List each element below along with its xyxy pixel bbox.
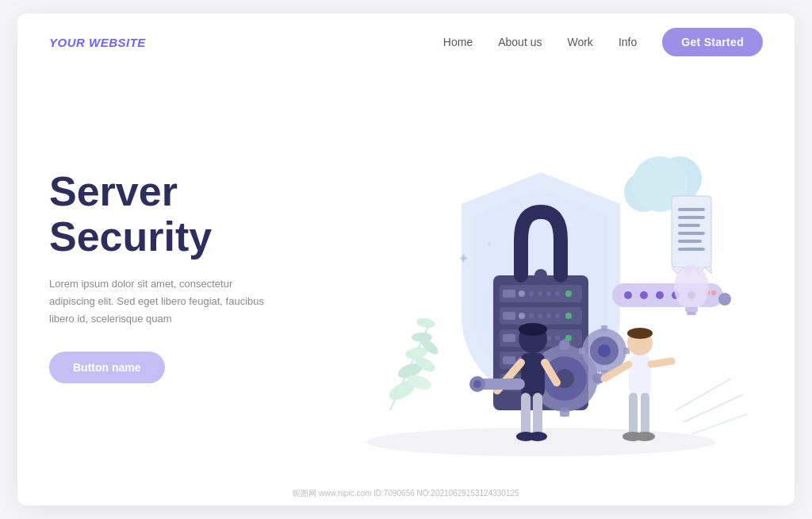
- svg-rect-95: [533, 393, 542, 436]
- hero-description: Lorem ipsum dolor sit amet, consectetur …: [49, 275, 271, 328]
- nav-links: Home About us Work Info Get Started: [443, 28, 763, 56]
- logo: YOUR WEBSITE: [49, 36, 146, 49]
- watermark: 昵图网 www.nipic.com ID:7090656 NO:20210629…: [293, 488, 519, 499]
- svg-rect-24: [503, 290, 515, 298]
- svg-point-102: [627, 328, 653, 339]
- get-started-button[interactable]: Get Started: [662, 28, 763, 56]
- nav-about[interactable]: About us: [498, 36, 542, 48]
- svg-rect-48: [503, 356, 515, 364]
- nav-work[interactable]: Work: [567, 36, 592, 48]
- svg-point-76: [624, 291, 632, 299]
- svg-point-45: [555, 336, 560, 340]
- svg-point-78: [656, 291, 664, 299]
- svg-point-36: [546, 313, 551, 318]
- nav-home[interactable]: Home: [443, 36, 473, 48]
- hero-cta-button[interactable]: Button name: [49, 352, 165, 383]
- svg-rect-32: [503, 312, 515, 320]
- svg-rect-21: [678, 248, 705, 251]
- hero-text: Server Security Lorem ipsum dolor sit am…: [49, 169, 319, 384]
- svg-rect-94: [521, 393, 530, 436]
- svg-rect-19: [678, 232, 705, 235]
- svg-point-29: [555, 291, 560, 296]
- svg-point-100: [473, 380, 481, 388]
- svg-line-112: [691, 414, 747, 434]
- logo-text-italic: WEBSITE: [89, 36, 146, 49]
- svg-rect-18: [678, 224, 700, 227]
- svg-point-38: [565, 313, 572, 319]
- svg-rect-71: [601, 325, 607, 332]
- svg-point-26: [529, 291, 534, 296]
- svg-point-25: [519, 290, 525, 297]
- svg-rect-86: [687, 312, 696, 315]
- svg-point-77: [640, 291, 648, 299]
- svg-point-33: [519, 313, 525, 319]
- nav-info[interactable]: Info: [619, 36, 637, 48]
- hero-title: Server Security: [49, 169, 319, 260]
- svg-point-34: [529, 313, 534, 318]
- svg-point-37: [555, 313, 560, 318]
- svg-rect-16: [678, 208, 705, 211]
- svg-point-58: [534, 269, 547, 282]
- svg-point-70: [598, 344, 611, 357]
- svg-point-28: [546, 291, 551, 296]
- svg-point-109: [634, 432, 655, 441]
- page-wrapper: YOUR WEBSITE Home About us Work Info Get…: [17, 13, 795, 506]
- svg-rect-20: [678, 240, 702, 243]
- svg-rect-63: [560, 407, 569, 417]
- hero-section: Server Security Lorem ipsum dolor sit am…: [17, 71, 795, 506]
- svg-line-110: [676, 379, 731, 410]
- svg-point-30: [565, 290, 572, 297]
- logo-text-plain: YOUR: [49, 36, 89, 49]
- svg-point-84: [674, 265, 709, 309]
- svg-point-82: [711, 290, 716, 295]
- svg-point-90: [519, 323, 547, 336]
- svg-point-97: [528, 432, 547, 441]
- svg-point-83: [718, 293, 731, 306]
- svg-point-27: [538, 291, 542, 296]
- svg-rect-17: [678, 216, 705, 219]
- hero-illustration: ✦ ✦: [319, 71, 763, 482]
- svg-rect-91: [521, 353, 545, 397]
- svg-rect-103: [629, 356, 651, 395]
- svg-line-105: [651, 361, 672, 364]
- navigation: YOUR WEBSITE Home About us Work Info Get…: [17, 13, 795, 71]
- svg-point-6: [416, 317, 436, 329]
- svg-point-35: [538, 313, 542, 318]
- svg-rect-107: [641, 393, 649, 436]
- svg-rect-40: [503, 334, 515, 342]
- svg-text:✦: ✦: [458, 251, 469, 267]
- svg-rect-73: [579, 348, 585, 354]
- svg-rect-85: [685, 307, 698, 312]
- svg-text:✦: ✦: [485, 239, 493, 250]
- svg-rect-106: [629, 393, 638, 436]
